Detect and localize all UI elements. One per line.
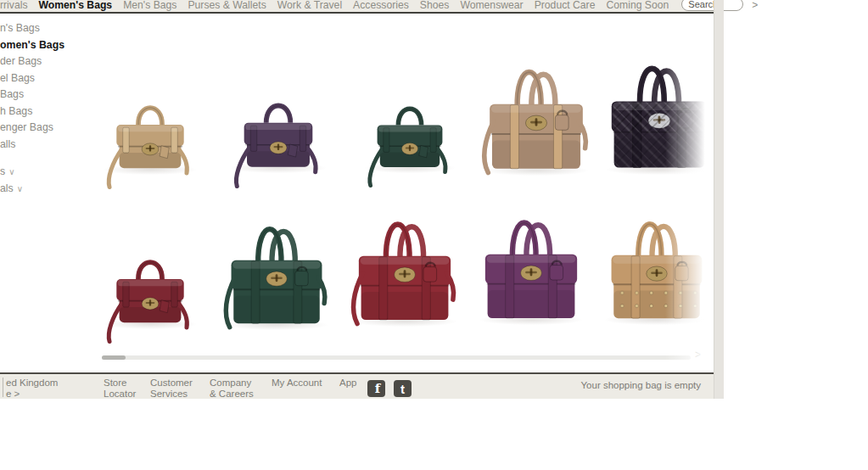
- sidebar-filter-1[interactable]: s∨: [0, 164, 81, 181]
- search-input[interactable]: [681, 0, 743, 11]
- bag-image: [472, 44, 601, 178]
- nav-item-mens-bags[interactable]: Men's Bags: [123, 0, 176, 11]
- bag-image: [213, 202, 340, 333]
- sidebar-item-all-womens-bags[interactable]: omen's Bags: [0, 37, 81, 54]
- sidebar-item-shoulder-bags[interactable]: der Bags: [0, 53, 81, 70]
- nav-item-new-arrivals[interactable]: rrivals: [0, 0, 28, 11]
- chevron-down-icon: ∨: [17, 184, 23, 193]
- chevron-down-icon: ∨: [8, 167, 14, 176]
- shopping-bag-status: Your shopping bag is empty: [580, 380, 701, 390]
- facebook-icon[interactable]: f: [367, 380, 385, 397]
- footer-link-my-account[interactable]: My Account: [272, 378, 322, 389]
- country-selector[interactable]: ed Kingdom e >: [6, 378, 58, 400]
- footer-link-company-careers[interactable]: Company & Careers: [210, 378, 254, 400]
- nav-item-work-travel[interactable]: Work & Travel: [277, 0, 342, 11]
- footer-link-line: Locator: [104, 389, 136, 400]
- product-item[interactable]: [219, 81, 338, 188]
- category-sidebar: n's Bags omen's Bags der Bags el Bags Ba…: [0, 20, 81, 197]
- nav-item-accessories[interactable]: Accessories: [353, 0, 409, 11]
- sidebar-filter-2-label: als: [0, 182, 14, 194]
- twitter-icon[interactable]: t: [394, 380, 412, 397]
- footer-link-customer-services[interactable]: Customer Services: [150, 378, 193, 400]
- country-change-link[interactable]: e >: [6, 389, 58, 400]
- horizontal-scrollbar[interactable]: [102, 355, 691, 360]
- top-navigation: rrivals Women's Bags Men's Bags Purses &…: [0, 0, 714, 14]
- product-item[interactable]: [93, 84, 207, 189]
- search-submit-arrow[interactable]: >: [752, 0, 758, 11]
- footer-bar: ed Kingdom e > Store Locator Customer Se…: [0, 372, 714, 399]
- storefront-page: rrivals Women's Bags Men's Bags Purses &…: [0, 0, 868, 470]
- footer-link-store-locator[interactable]: Store Locator: [104, 378, 136, 400]
- bag-image: [93, 238, 207, 344]
- nav-item-womenswear[interactable]: Womenswear: [460, 0, 523, 11]
- footer-link-line: My Account: [272, 378, 322, 389]
- footer-link-line: Services: [150, 389, 193, 400]
- footer-link-line: Customer: [150, 378, 193, 389]
- nav-item-coming-soon[interactable]: Coming Soon: [606, 0, 669, 11]
- product-item[interactable]: [340, 197, 469, 329]
- footer-link-line: & Careers: [210, 389, 254, 400]
- sidebar-item-holdalls[interactable]: alls: [0, 137, 81, 154]
- product-item[interactable]: [93, 238, 207, 344]
- sidebar-item-clutch-bags[interactable]: h Bags: [0, 104, 81, 120]
- sidebar-item-4[interactable]: Bags: [0, 87, 81, 104]
- product-item[interactable]: [594, 40, 725, 177]
- product-item[interactable]: [354, 86, 466, 187]
- scrollbar-thumb[interactable]: [102, 355, 126, 360]
- bag-image: [93, 84, 207, 189]
- scroll-next-arrow[interactable]: >: [695, 349, 701, 361]
- nav-item-shoes[interactable]: Shoes: [420, 0, 450, 11]
- footer-link-line: Company: [210, 378, 254, 389]
- footer-link-line: App: [339, 378, 356, 389]
- nav-item-purses-wallets[interactable]: Purses & Wallets: [188, 0, 266, 11]
- bag-image: [219, 81, 338, 188]
- bag-image: [468, 195, 595, 327]
- product-item[interactable]: [213, 202, 340, 333]
- nav-item-product-care[interactable]: Product Care: [535, 0, 596, 11]
- bag-image: [354, 86, 466, 187]
- sidebar-filter-1-label: s: [0, 165, 5, 177]
- country-divider: [3, 378, 3, 397]
- product-item[interactable]: [592, 197, 721, 327]
- sidebar-filter-2[interactable]: als∨: [0, 181, 81, 198]
- product-item[interactable]: [468, 195, 595, 327]
- sidebar-item-0[interactable]: n's Bags: [0, 20, 81, 37]
- bag-image: [594, 40, 725, 177]
- product-item[interactable]: [472, 44, 601, 178]
- page-edge-strip[interactable]: [714, 0, 724, 399]
- footer-link-line: Store: [104, 378, 136, 389]
- country-name: ed Kingdom: [6, 378, 58, 389]
- nav-item-womens-bags[interactable]: Women's Bags: [39, 0, 113, 11]
- footer-link-app[interactable]: App: [339, 378, 356, 389]
- bag-image: [592, 197, 721, 327]
- bag-image: [340, 197, 469, 329]
- sidebar-item-messenger-bags[interactable]: enger Bags: [0, 120, 81, 137]
- sidebar-item-3[interactable]: el Bags: [0, 70, 81, 87]
